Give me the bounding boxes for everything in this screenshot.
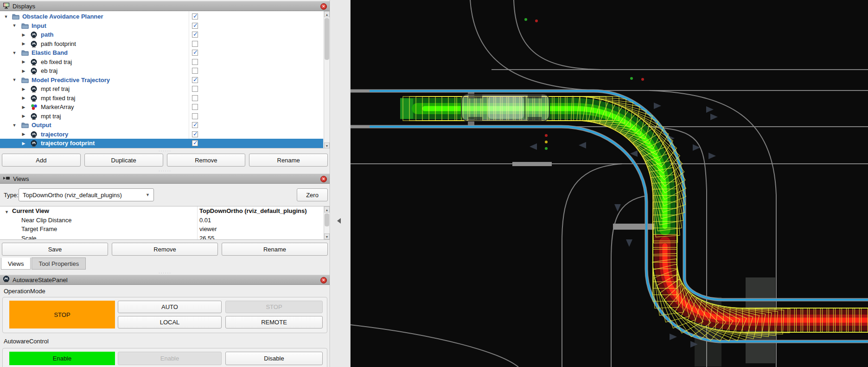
scroll-up-icon[interactable]: ▲ [324,206,330,212]
left-panel-column: Displays ✕ ▼Obstacle Avoidance Planner▼I… [0,0,330,367]
ego-vehicle [461,94,549,121]
operation-mode-local-button[interactable]: LOCAL [118,316,222,328]
expander-closed-icon[interactable]: ▶ [21,141,26,146]
visibility-checkbox[interactable] [192,32,198,38]
property-row-scale[interactable]: Scale26.55 [0,235,323,240]
expander-closed-icon[interactable]: ▶ [21,41,26,46]
visibility-checkbox[interactable] [192,50,198,56]
tree-item-mpt-traj[interactable]: ▶mpt traj [0,112,323,121]
displays-close-button[interactable]: ✕ [320,3,327,10]
autoware-control-enable-button: Enable [118,352,222,365]
operation-mode-remote-button[interactable]: REMOTE [225,316,323,328]
expander-open-icon[interactable]: ▼ [4,14,8,19]
tree-item-elastic-band[interactable]: ▼Elastic Band [0,48,323,58]
splitter-handle[interactable]: ······ [0,149,330,153]
scrollbar-thumb[interactable] [325,213,329,226]
expander-closed-icon[interactable]: ▶ [21,87,26,91]
expander-open-icon[interactable]: ▼ [12,51,17,55]
visibility-checkbox[interactable] [192,113,198,119]
zero-button[interactable]: Zero [297,188,328,201]
tree-item-output[interactable]: ▼Output [0,121,323,130]
autoware-control-status-indicator: Enable [9,352,115,365]
state-panel-close-button[interactable]: ✕ [320,277,327,283]
tree-item-label: mpt fixed traj [41,95,75,102]
expander-closed-icon[interactable]: ▶ [21,96,26,100]
current-view-scrollbar[interactable]: ▲ ▼ [324,206,330,239]
tree-item-input[interactable]: ▼Input [0,21,323,31]
views-save-button[interactable]: Save [2,243,108,256]
autoware-icon [31,131,38,138]
expander-open-icon[interactable]: ▼ [12,23,17,28]
3d-viewport[interactable] [351,0,868,367]
expander-open-icon[interactable]: ▼ [12,77,17,82]
displays-add-button[interactable]: Add [2,154,81,167]
displays-duplicate-button[interactable]: Duplicate [84,154,163,167]
views-rename-button[interactable]: Rename [222,243,328,256]
expander-closed-icon[interactable]: ▶ [21,69,26,73]
visibility-checkbox[interactable] [192,86,198,92]
property-row-target-frame[interactable]: Target Frameviewer [0,225,323,235]
property-row-current-view[interactable]: ▼Current ViewTopDownOrtho (rviz_default_… [0,207,323,217]
property-value: TopDownOrtho (rviz_default_plugins) [199,207,307,214]
visibility-checkbox[interactable] [192,23,198,29]
panel-splitter[interactable] [330,0,351,367]
visibility-checkbox[interactable] [192,95,198,101]
autoware-icon [31,68,38,74]
tree-item-obstacle-avoidance-planner[interactable]: ▼Obstacle Avoidance Planner [0,12,323,21]
visibility-checkbox[interactable] [192,140,198,146]
expander-open-icon[interactable]: ▼ [12,123,17,128]
scroll-up-icon[interactable]: ▲ [324,11,330,17]
visibility-checkbox[interactable] [192,77,198,83]
view-type-dropdown[interactable]: TopDownOrtho (rviz_default_plugins) ▼ [19,188,154,201]
visibility-checkbox[interactable] [192,59,198,65]
tree-item-path[interactable]: ▶path [0,30,323,39]
tree-item-model-predictive-trajectory[interactable]: ▼Model Predictive Trajectory [0,76,323,85]
autoware-control-disable-button[interactable]: Disable [225,352,323,365]
visibility-checkbox[interactable] [192,122,198,128]
operation-mode-auto-button[interactable]: AUTO [118,301,222,313]
displays-panel-title: Displays [13,3,35,10]
expander-closed-icon[interactable]: ▶ [21,132,26,136]
expander-closed-icon[interactable]: ▶ [21,114,26,118]
expander-closed-icon[interactable]: ▶ [21,32,26,37]
visibility-checkbox[interactable] [192,104,198,110]
tree-item-path-footprint[interactable]: ▶path footprint [0,39,323,49]
visibility-checkbox[interactable] [192,68,198,74]
tree-item-eb-fixed-traj[interactable]: ▶eb fixed traj [0,58,323,67]
visibility-checkbox[interactable] [192,41,198,47]
autoware-icon [31,140,38,147]
scroll-down-icon[interactable]: ▼ [324,142,330,148]
expander-open-icon[interactable]: ▼ [5,210,9,214]
visibility-checkbox[interactable] [192,131,198,137]
tree-item-eb-traj[interactable]: ▶eb traj [0,66,323,76]
views-panel-icon [3,175,10,182]
displays-remove-button[interactable]: Remove [167,154,246,167]
autoware-control-label: AutowareControl [4,338,49,345]
collapse-arrow-icon[interactable] [337,218,341,224]
tab-tool-properties[interactable]: Tool Properties [32,258,86,270]
splitter-handle[interactable]: ······ [0,169,330,173]
property-key: Scale [21,235,37,240]
tree-item-mpt-fixed-traj[interactable]: ▶mpt fixed traj [0,94,323,103]
tree-item-mpt-ref-traj[interactable]: ▶mpt ref traj [0,84,323,94]
tree-item-label: path [41,31,53,38]
tree-item-trajectory[interactable]: ▶trajectory [0,130,323,139]
views-panel-titlebar[interactable]: Views ✕ [0,174,330,184]
visibility-checkbox[interactable] [192,13,198,19]
scroll-down-icon[interactable]: ▼ [324,233,330,239]
scrollbar-thumb[interactable] [325,18,329,60]
tab-views[interactable]: Views [1,258,31,270]
expander-closed-icon[interactable]: ▶ [21,59,26,64]
views-close-button[interactable]: ✕ [320,176,327,182]
tree-item-trajectory-footprint[interactable]: ▶trajectory footprint [0,139,323,148]
displays-rename-button[interactable]: Rename [249,154,328,167]
property-value: 26.55 [199,235,215,240]
displays-panel-titlebar[interactable]: Displays ✕ [0,1,330,11]
property-row-near-clip-distance[interactable]: Near Clip Distance0.01 [0,217,323,226]
tree-item-label: Model Predictive Trajectory [32,77,110,84]
views-remove-button[interactable]: Remove [112,243,218,256]
tree-item-markerarray[interactable]: ▶MarkerArray [0,103,323,112]
displays-tree-scrollbar[interactable]: ▲ ▼ [324,11,330,148]
state-panel-titlebar[interactable]: AutowareStatePanel ✕ [0,275,330,285]
expander-closed-icon[interactable]: ▶ [21,105,26,109]
